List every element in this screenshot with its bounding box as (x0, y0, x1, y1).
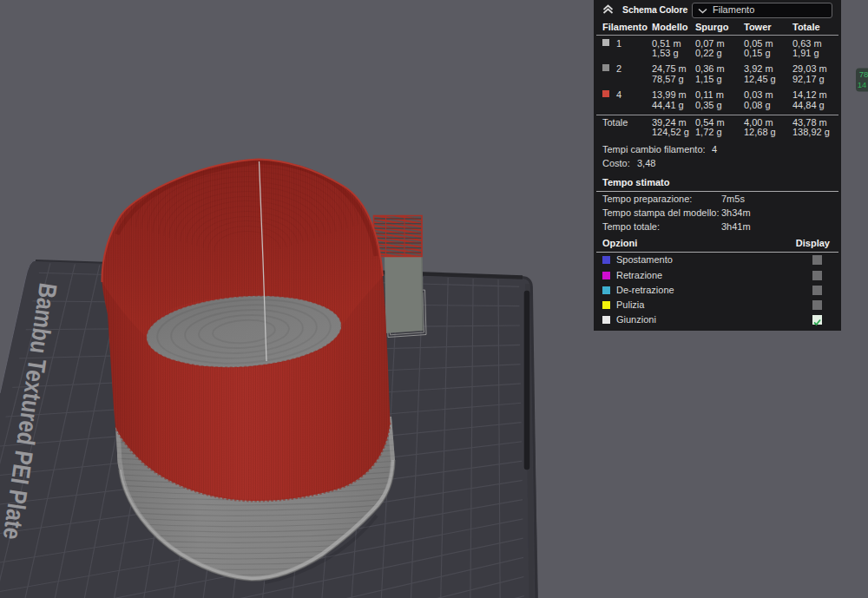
svg-text:78: 78 (859, 69, 868, 79)
svg-text:14: 14 (858, 80, 867, 89)
